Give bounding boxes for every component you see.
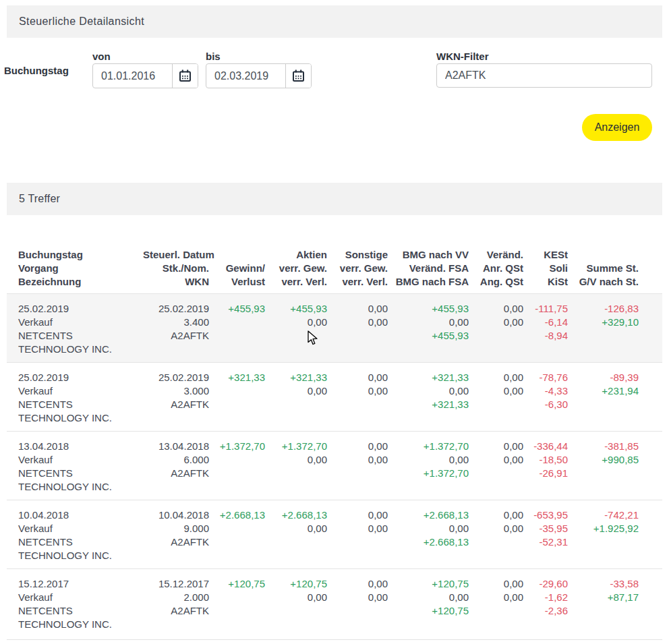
table-row[interactable]: 25.02.2019VerkaufNETCENTSTECHNOLOGY INC.… <box>7 293 662 362</box>
table-cell-line: verr. Gew. <box>327 262 388 275</box>
table-cell-line: +455,93 <box>265 302 327 316</box>
table-cell-line: Verkauf <box>18 316 143 329</box>
table-row[interactable]: 25.02.2019VerkaufNETCENTSTECHNOLOGY INC.… <box>7 362 662 431</box>
table-body: 25.02.2019VerkaufNETCENTSTECHNOLOGY INC.… <box>7 293 662 640</box>
table-cell-line: 0,00 <box>469 371 523 384</box>
von-date-input[interactable] <box>93 64 172 88</box>
table-cell-line: G/V nach St. <box>568 275 639 289</box>
table-cell-line: Aktien <box>265 248 327 262</box>
table-cell-line: +321,33 <box>388 398 469 411</box>
bis-date-input[interactable] <box>206 64 285 88</box>
wkn-filter-field <box>436 63 652 88</box>
table-cell-line: A2AFTK <box>143 398 209 411</box>
table-cell-line: +2.668,13 <box>265 508 327 522</box>
table-cell-line: Vorgang <box>18 262 143 275</box>
table-cell-line: TECHNOLOGY INC. <box>18 343 143 356</box>
table-cell: 25.02.2019VerkaufNETCENTSTECHNOLOGY INC. <box>18 302 143 356</box>
table-cell-line: WKN <box>143 275 209 289</box>
table-cell-line: Buchungstag <box>18 248 143 262</box>
table-cell-line: TECHNOLOGY INC. <box>18 411 143 425</box>
table-cell-line: +1.372,70 <box>265 440 327 453</box>
table-cell: +2.668,130,00+2.668,13 <box>388 508 469 562</box>
table-cell-line: +329,10 <box>568 316 639 329</box>
table-cell: +321,330,00 <box>265 371 327 425</box>
table-cell-line: 0,00 <box>265 522 327 535</box>
table-cell: +1.372,70 <box>209 440 265 494</box>
table-cell: Sonstigeverr. Gew.verr. Verl. <box>327 248 388 289</box>
table-cell: 15.12.2017VerkaufNETCENTSTECHNOLOGY INC. <box>18 577 143 631</box>
table-cell: 0,000,00 <box>469 577 523 631</box>
wkn-filter-label: WKN-Filter <box>436 51 489 62</box>
table-cell-line: 0,00 <box>469 316 523 329</box>
table-cell: Summe St.G/V nach St. <box>568 248 639 289</box>
von-calendar-button[interactable] <box>172 64 198 88</box>
calendar-icon <box>179 69 192 82</box>
table-cell-line: +2.668,13 <box>388 508 469 522</box>
table-cell: 0,000,00 <box>469 508 523 562</box>
table-cell: 25.02.2019VerkaufNETCENTSTECHNOLOGY INC. <box>18 371 143 425</box>
table-cell-line: 0,00 <box>469 577 523 591</box>
table-row[interactable]: 15.12.2017VerkaufNETCENTSTECHNOLOGY INC.… <box>7 568 662 640</box>
table-cell-line: 0,00 <box>265 591 327 604</box>
table-cell-line: A2AFTK <box>143 604 209 618</box>
table-cell-line: A2AFTK <box>143 467 209 480</box>
table-cell-line: verr. Gew. <box>265 262 327 275</box>
table-cell-line: TECHNOLOGY INC. <box>18 480 143 494</box>
table-cell: 10.04.20189.000A2AFTK <box>143 508 209 562</box>
table-cell-line: 15.12.2017 <box>18 577 143 591</box>
table-cell-line: 0,00 <box>469 508 523 522</box>
table-cell-line: NETCENTS <box>18 467 143 480</box>
table-cell-line: Stk./Nom. <box>143 262 209 275</box>
table-cell-line: +321,33 <box>209 371 265 384</box>
table-cell-line: NETCENTS <box>18 398 143 411</box>
table-cell-line: verr. Verl. <box>327 275 388 289</box>
table-cell-line: 0,00 <box>388 591 469 604</box>
wkn-filter-input[interactable] <box>437 64 651 87</box>
table-cell: 0,000,00 <box>327 577 388 631</box>
table-cell-line: TECHNOLOGY INC. <box>18 549 143 562</box>
table-cell-line: 0,00 <box>327 440 388 453</box>
table-cell-line: +231,94 <box>568 384 639 398</box>
table-cell-line: 0,00 <box>327 522 388 535</box>
table-cell-line: 6.000 <box>143 453 209 467</box>
anzeigen-button[interactable]: Anzeigen <box>582 114 652 141</box>
table-cell-line: 0,00 <box>469 591 523 604</box>
table-cell: -742,21+1.925,92 <box>568 508 639 562</box>
table-cell-line: Verkauf <box>18 453 143 467</box>
table-cell-line: -89,39 <box>568 371 639 384</box>
table-cell-line: -111,75 <box>523 302 568 316</box>
table-cell-line: A2AFTK <box>143 329 209 343</box>
table-cell-line: Veränd. <box>469 248 523 262</box>
bis-calendar-button[interactable] <box>285 64 311 88</box>
table-cell-line: 0,00 <box>388 384 469 398</box>
table-cell-line: -742,21 <box>568 508 639 522</box>
table-cell-line: -8,94 <box>523 329 568 343</box>
table-cell-line: 0,00 <box>327 302 388 316</box>
table-cell-line: Veränd. FSA <box>388 262 469 275</box>
table-cell: -126,83+329,10 <box>568 302 639 356</box>
table-row[interactable]: 13.04.2018VerkaufNETCENTSTECHNOLOGY INC.… <box>7 431 662 500</box>
table-cell-line: Anr. QSt <box>469 262 523 275</box>
table-cell-line: +120,75 <box>388 604 469 618</box>
buchungstag-label: Buchungstag <box>4 65 69 76</box>
table-cell: 0,000,00 <box>327 440 388 494</box>
table-cell-line: +120,75 <box>265 577 327 591</box>
table-cell-line: 25.02.2019 <box>18 371 143 384</box>
table-cell-line: 0,00 <box>388 522 469 535</box>
table-cell-line: TECHNOLOGY INC. <box>18 618 143 631</box>
table-cell: +455,930,00+455,93 <box>388 302 469 356</box>
table-cell: 13.04.20186.000A2AFTK <box>143 440 209 494</box>
table-cell-line: 0,00 <box>469 384 523 398</box>
table-cell-line: -336,44 <box>523 440 568 453</box>
table-cell-line: +321,33 <box>265 371 327 384</box>
table-cell: +321,330,00+321,33 <box>388 371 469 425</box>
table-cell-line: 0,00 <box>388 453 469 467</box>
table-cell-line: 15.12.2017 <box>143 577 209 591</box>
table-cell-line: +1.372,70 <box>388 440 469 453</box>
table-cell: +455,930,00 <box>265 302 327 356</box>
table-cell-line: 0,00 <box>469 522 523 535</box>
table-cell: +1.372,700,00 <box>265 440 327 494</box>
table-cell: 0,000,00 <box>327 302 388 356</box>
table-row[interactable]: 10.04.2018VerkaufNETCENTSTECHNOLOGY INC.… <box>7 500 662 568</box>
table-cell-line: NETCENTS <box>18 329 143 343</box>
